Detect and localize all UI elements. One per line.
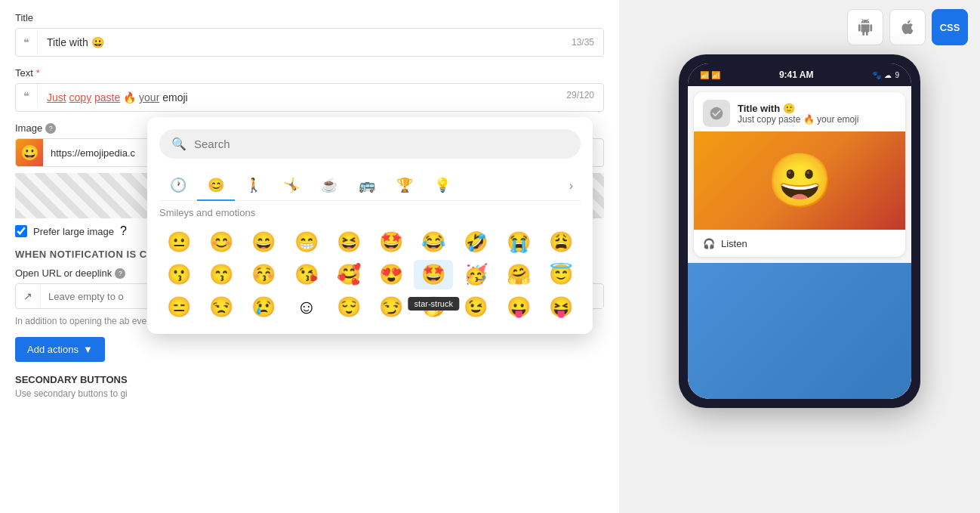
text-paste: paste bbox=[94, 91, 120, 104]
emoji-item[interactable]: 🤗 bbox=[499, 260, 538, 289]
emoji-section-title: Smileys and emotions bbox=[159, 207, 581, 218]
platform-tab-web[interactable]: CSS bbox=[932, 9, 968, 45]
phone-status-bar: 📶 📶 9:41 AM 🐾 ☁ 9 bbox=[688, 63, 911, 86]
emoji-item[interactable]: 😂 bbox=[414, 227, 453, 257]
emoji-item[interactable]: 😚 bbox=[244, 260, 283, 289]
prefer-large-label: Prefer large image bbox=[33, 226, 114, 237]
emoji-categories: 🕐 😊 🚶 🤸 ☕ 🚌 🏆 💡 › bbox=[159, 171, 581, 201]
phone-wallpaper bbox=[688, 263, 911, 399]
emoji-item[interactable]: 😩 bbox=[541, 227, 581, 257]
emoji-item[interactable]: 😏 bbox=[371, 292, 411, 322]
notif-action-icon: 🎧 bbox=[703, 238, 715, 249]
text-input-row: ❝ Just copy paste 🔥 your emoji 29/120 bbox=[15, 83, 604, 112]
cat-activities[interactable]: 🤸 bbox=[273, 171, 310, 201]
emoji-search-bar: 🔍 bbox=[159, 129, 581, 159]
emoji-item[interactable]: 🥰 bbox=[329, 260, 368, 289]
text-fire: 🔥 bbox=[123, 91, 139, 104]
prefer-large-help-icon[interactable]: ? bbox=[120, 224, 127, 238]
text-just: Just bbox=[47, 91, 66, 104]
title-input-row: ❝ 13/35 bbox=[15, 28, 604, 57]
cat-people[interactable]: 🚶 bbox=[235, 171, 273, 201]
emoji-item[interactable]: 😇 bbox=[541, 260, 581, 289]
cat-food[interactable]: ☕ bbox=[310, 171, 348, 201]
emoji-item[interactable]: 😆 bbox=[329, 227, 368, 257]
right-panel: CSS 📶 📶 9:41 AM 🐾 ☁ 9 bbox=[619, 0, 980, 513]
emoji-item[interactable]: 😛 bbox=[499, 292, 538, 322]
emoji-item[interactable]: 😉 bbox=[456, 292, 495, 322]
secondary-buttons-desc: Use secondary buttons to gi bbox=[15, 388, 604, 399]
emoji-item[interactable]: 😘 bbox=[287, 260, 326, 289]
emoji-item[interactable]: 😑 bbox=[159, 292, 199, 322]
notif-header: Title with 🙂 Just copy paste 🔥 your emoj… bbox=[694, 92, 905, 131]
phone-mockup: 📶 📶 9:41 AM 🐾 ☁ 9 Title with 🙂 bbox=[679, 54, 920, 408]
image-thumbnail: 😀 bbox=[16, 139, 43, 166]
text-counter: 29/120 bbox=[557, 84, 603, 107]
emoji-grid: 😐 😊 😄 😁 😆 🤩 😂 🤣 😭 😩 😗 😙 😚 😘 🥰 😍 🤩 star-s… bbox=[159, 227, 581, 322]
text-input-content[interactable]: Just copy paste 🔥 your emoji bbox=[38, 84, 557, 111]
add-actions-button[interactable]: Add actions ▼ bbox=[15, 337, 105, 362]
text-label: Text * bbox=[15, 67, 604, 79]
emoji-item[interactable]: 😢 bbox=[244, 292, 283, 322]
title-counter: 13/35 bbox=[562, 31, 603, 54]
emoji-item[interactable]: 😝 bbox=[541, 292, 581, 322]
secondary-buttons-title: SECONDARY BUTTONS bbox=[15, 374, 604, 385]
notification-card: Title with 🙂 Just copy paste 🔥 your emoj… bbox=[694, 92, 905, 257]
notif-emoji-image: 😀 bbox=[767, 154, 833, 207]
emoji-item[interactable]: 😙 bbox=[202, 260, 241, 289]
cat-travel[interactable]: 🚌 bbox=[348, 171, 386, 201]
text-your: your bbox=[139, 91, 159, 104]
required-star: * bbox=[36, 67, 40, 79]
emoji-search-input[interactable] bbox=[194, 138, 569, 150]
image-help-icon[interactable]: ? bbox=[45, 123, 56, 134]
emoji-item[interactable]: 😗 bbox=[159, 260, 199, 289]
notif-title: Title with 🙂 bbox=[738, 103, 896, 114]
notif-app-icon bbox=[703, 100, 730, 127]
cat-recent[interactable]: 🕐 bbox=[159, 171, 197, 201]
emoji-item[interactable]: 😍 bbox=[371, 260, 411, 289]
emoji-item[interactable]: 😭 bbox=[499, 227, 538, 257]
emoji-item-highlighted[interactable]: 🤩 star-struck bbox=[414, 260, 453, 289]
left-panel: Title ❝ 13/35 Text * ❝ Just copy paste 🔥… bbox=[0, 0, 619, 513]
status-signal: 📶 📶 bbox=[700, 71, 720, 79]
emoji-item[interactable]: 😌 bbox=[329, 292, 368, 322]
phone-screen: 📶 📶 9:41 AM 🐾 ☁ 9 Title with 🙂 bbox=[688, 63, 911, 399]
prefer-large-checkbox[interactable] bbox=[15, 225, 27, 237]
cat-symbols[interactable]: 💡 bbox=[424, 171, 461, 201]
notif-text: Title with 🙂 Just copy paste 🔥 your emoj… bbox=[738, 103, 896, 125]
status-time: 9:41 AM bbox=[779, 70, 814, 80]
status-icons: 🐾 ☁ 9 bbox=[872, 71, 899, 79]
notif-body: Just copy paste 🔥 your emoji bbox=[738, 114, 896, 125]
emoji-item[interactable]: ☺️ bbox=[287, 292, 326, 322]
platform-tabs: CSS bbox=[835, 0, 980, 54]
notif-image: 😀 bbox=[694, 131, 905, 230]
url-help-icon[interactable]: ? bbox=[115, 268, 125, 279]
cat-more-icon[interactable]: › bbox=[562, 173, 581, 199]
title-prefix-icon: ❝ bbox=[16, 30, 38, 54]
platform-tab-ios[interactable] bbox=[889, 9, 926, 45]
notif-action: 🎧 Listen bbox=[694, 230, 905, 257]
emoji-item[interactable]: 😐 bbox=[159, 227, 199, 257]
cat-objects[interactable]: 🏆 bbox=[386, 171, 424, 201]
text-copy: copy bbox=[69, 91, 92, 104]
add-actions-label: Add actions bbox=[27, 344, 79, 355]
emoji-item[interactable]: 🤣 bbox=[456, 227, 495, 257]
text-prefix-icon: ❝ bbox=[16, 84, 38, 108]
emoji-item[interactable]: 🥳 bbox=[456, 260, 495, 289]
emoji-item[interactable]: 😁 bbox=[287, 227, 326, 257]
notif-action-label: Listen bbox=[721, 238, 747, 249]
emoji-item[interactable]: 🤭 bbox=[414, 292, 453, 322]
title-label: Title bbox=[15, 12, 604, 23]
cat-smileys[interactable]: 😊 bbox=[197, 171, 235, 201]
emoji-item[interactable]: 😄 bbox=[244, 227, 283, 257]
add-actions-chevron: ▼ bbox=[83, 344, 93, 355]
emoji-picker: 🔍 🕐 😊 🚶 🤸 ☕ 🚌 🏆 💡 › Smileys and emotions… bbox=[147, 117, 593, 334]
url-external-icon[interactable]: ↗ bbox=[16, 284, 41, 308]
emoji-search-icon: 🔍 bbox=[171, 137, 186, 151]
emoji-item[interactable]: 😒 bbox=[202, 292, 241, 322]
emoji-item[interactable]: 🤩 bbox=[371, 227, 411, 257]
title-input[interactable] bbox=[38, 29, 562, 56]
platform-tab-android[interactable] bbox=[847, 9, 883, 45]
emoji-item[interactable]: 😊 bbox=[202, 227, 241, 257]
text-emoji: emoji bbox=[162, 91, 187, 104]
